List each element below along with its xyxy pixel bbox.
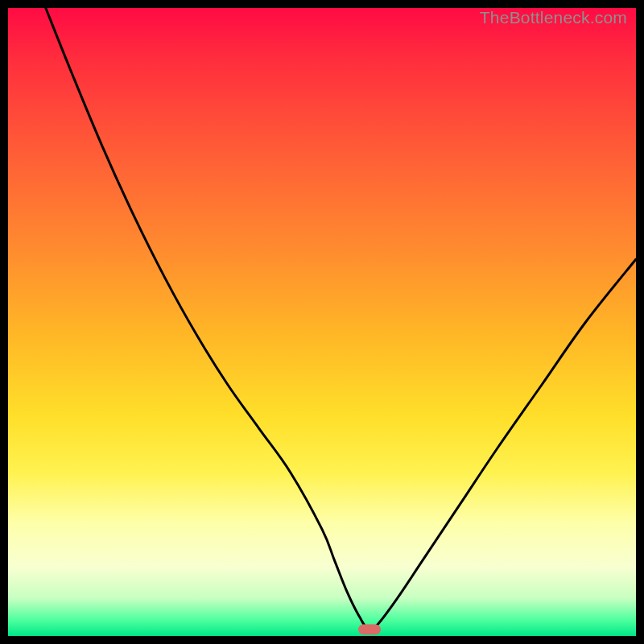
bottleneck-curve [8,8,636,636]
watermark-text: TheBottleneck.com [480,8,627,27]
chart-frame: TheBottleneck.com [8,8,636,636]
minimum-marker [358,625,381,635]
plot-area [8,8,636,636]
